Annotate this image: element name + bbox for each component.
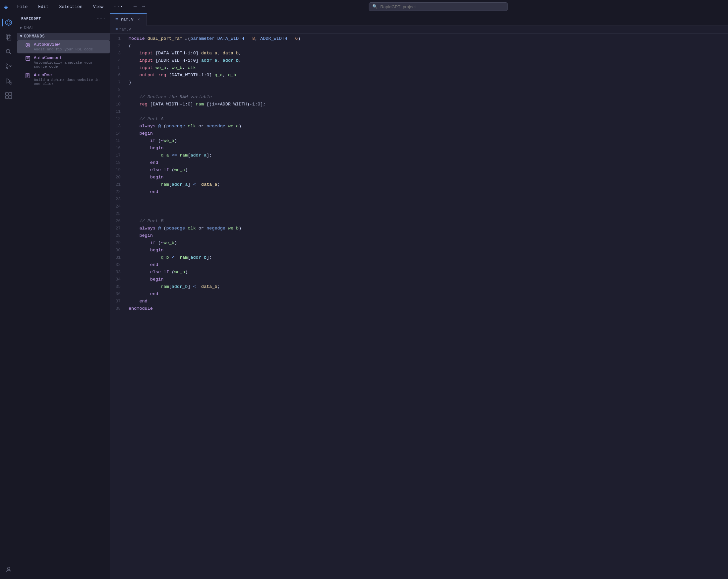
line-number: 15	[110, 138, 126, 143]
activity-account[interactable]	[2, 563, 15, 576]
svg-rect-24	[26, 56, 30, 60]
sidebar-commands-toggle[interactable]: ▼ COMMANDS	[17, 33, 110, 40]
code-line: 37 end	[110, 299, 728, 306]
activity-search[interactable]	[2, 45, 15, 58]
activity-source-control[interactable]	[2, 60, 15, 73]
line-number: 14	[110, 131, 126, 136]
line-number: 6	[110, 73, 126, 78]
line-content: reg [DATA_WIDTH-1:0] ram [(1<<ADDR_WIDTH…	[126, 102, 728, 107]
line-number: 12	[110, 117, 126, 121]
line-content: module dual_port_ram #(parameter DATA_WI…	[126, 36, 728, 41]
line-number: 32	[110, 262, 126, 267]
activity-rapidgpt[interactable]	[2, 16, 15, 29]
vscode-icon: ◈	[4, 3, 8, 11]
code-editor[interactable]: 1module dual_port_ram #(parameter DATA_W…	[110, 33, 728, 579]
sidebar-item-autodoc[interactable]: AutoDoc Build a Sphinx docs website in o…	[17, 71, 110, 88]
svg-rect-15	[6, 96, 8, 99]
sidebar-chat-toggle[interactable]: ▶ CHAT	[17, 24, 110, 31]
nav-back[interactable]: ←	[132, 2, 139, 11]
code-line: 31 q_b <= ram[addr_b];	[110, 255, 728, 262]
line-number: 19	[110, 168, 126, 172]
line-content: // Port B	[126, 219, 728, 224]
code-line: 14 begin	[110, 131, 728, 138]
menu-selection[interactable]: Selection	[56, 3, 85, 10]
autodoc-desc: Build a Sphinx docs website in one click	[34, 78, 106, 86]
line-number: 28	[110, 233, 126, 238]
code-line: 16 begin	[110, 146, 728, 153]
menu-view[interactable]: View	[90, 3, 106, 10]
breadcrumb: ≡ ram.v	[110, 26, 728, 33]
code-line: 11	[110, 109, 728, 117]
line-number: 27	[110, 226, 126, 231]
svg-rect-16	[9, 96, 11, 99]
line-content: endmodule	[126, 306, 728, 311]
line-content: ram[addr_a] <= data_a;	[126, 182, 728, 187]
code-line: 8	[110, 87, 728, 95]
line-content: output reg [DATA_WIDTH-1:0] q_a, q_b	[126, 73, 728, 78]
line-number: 38	[110, 306, 126, 311]
code-line: 35 ram[addr_b] <= data_b;	[110, 284, 728, 292]
code-line: 29 if (~we_b)	[110, 241, 728, 248]
code-line: 38endmodule	[110, 306, 728, 313]
code-line: 23	[110, 197, 728, 204]
code-line: 18 end	[110, 160, 728, 168]
autoreview-icon	[25, 43, 30, 49]
svg-point-6	[6, 64, 8, 65]
code-line: 12 // Port A	[110, 117, 728, 124]
code-line: 13 always @ (posedge clk or negedge we_a…	[110, 124, 728, 131]
code-line: 33 else if (we_b)	[110, 270, 728, 277]
line-content: begin	[126, 248, 728, 253]
titlebar: ◈ File Edit Selection View ··· ← → 🔍	[0, 0, 728, 13]
tabbar: ≡ ram.v ✕	[110, 13, 728, 26]
code-line: 24	[110, 204, 728, 211]
autoreview-title: AutoReview	[34, 42, 106, 47]
line-number: 10	[110, 102, 126, 107]
menu-more[interactable]: ···	[111, 2, 125, 11]
code-line: 3 input [DATA_WIDTH-1:0] data_a, data_b,	[110, 51, 728, 58]
line-number: 9	[110, 95, 126, 100]
line-content: ram[addr_b] <= data_b;	[126, 284, 728, 289]
line-number: 2	[110, 44, 126, 48]
autocomment-content: AutoComment Automatically annotate your …	[34, 55, 106, 69]
line-number: 33	[110, 270, 126, 275]
line-number: 4	[110, 58, 126, 63]
autoreview-content: AutoReview Audit and fix your HDL code	[34, 42, 106, 51]
sidebar-item-autoreview[interactable]: AutoReview Audit and fix your HDL code	[17, 40, 110, 53]
activity-extensions[interactable]	[2, 89, 15, 102]
search-input[interactable]	[380, 4, 504, 9]
line-content: else if (we_a)	[126, 168, 728, 172]
activity-run[interactable]	[2, 74, 15, 87]
line-number: 20	[110, 175, 126, 180]
nav-arrows: ← →	[132, 2, 147, 11]
svg-point-17	[7, 568, 9, 570]
code-line: 27 always @ (posedge clk or negedge we_b…	[110, 226, 728, 233]
sidebar-item-autocomment[interactable]: AutoComment Automatically annotate your …	[17, 53, 110, 71]
menu-edit[interactable]: Edit	[35, 3, 51, 10]
line-content: begin	[126, 277, 728, 282]
sidebar-title: RAPIDGPT	[21, 17, 41, 21]
tab-close-button[interactable]: ✕	[136, 16, 141, 23]
activity-explorer[interactable]	[2, 30, 15, 44]
main-layout: RAPIDGPT ··· ▶ CHAT ▼ COMMANDS	[0, 13, 728, 579]
sidebar-more-icon[interactable]: ···	[97, 16, 106, 21]
sidebar: RAPIDGPT ··· ▶ CHAT ▼ COMMANDS	[17, 13, 110, 579]
nav-forward[interactable]: →	[140, 2, 147, 11]
line-content: always @ (posedge clk or negedge we_a)	[126, 124, 728, 129]
line-number: 11	[110, 109, 126, 114]
autocomment-icon	[25, 56, 30, 63]
line-content: begin	[126, 131, 728, 136]
line-content: begin	[126, 233, 728, 238]
line-number: 30	[110, 248, 126, 253]
line-content: end	[126, 190, 728, 194]
line-number: 1	[110, 36, 126, 41]
menu-file[interactable]: File	[15, 3, 30, 10]
line-number: 36	[110, 292, 126, 297]
code-line: 21 ram[addr_a] <= data_a;	[110, 182, 728, 190]
activitybar	[0, 13, 17, 579]
svg-rect-14	[9, 93, 11, 95]
sidebar-section-chat: ▶ CHAT	[17, 24, 110, 33]
line-content: input [DATA_WIDTH-1:0] data_a, data_b,	[126, 51, 728, 56]
tab-ram-v[interactable]: ≡ ram.v ✕	[110, 13, 147, 26]
code-line: 10 reg [DATA_WIDTH-1:0] ram [(1<<ADDR_WI…	[110, 102, 728, 109]
search-bar[interactable]: 🔍	[369, 2, 508, 11]
